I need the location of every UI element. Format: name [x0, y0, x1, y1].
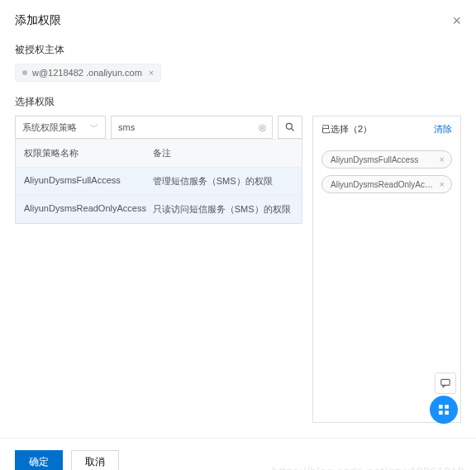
- selected-tag: AliyunDysmsReadOnlyAccess ×: [321, 175, 452, 193]
- apps-button[interactable]: [430, 396, 458, 424]
- close-icon[interactable]: ×: [452, 13, 461, 28]
- svg-rect-4: [445, 405, 449, 409]
- policy-type-label: 系统权限策略: [22, 121, 77, 134]
- svg-rect-2: [441, 379, 450, 385]
- chat-icon: [440, 377, 451, 389]
- watermark: https://blog.csdn.net/gzw19961018: [272, 465, 464, 470]
- cancel-button[interactable]: 取消: [71, 450, 119, 470]
- principal-value: w@1218482 .onaliyun.com: [32, 68, 142, 78]
- principal-chip: w@1218482 .onaliyun.com ×: [15, 64, 161, 82]
- policy-table: 权限策略名称 备注 AliyunDysmsFullAccess 管理短信服务（S…: [15, 139, 302, 224]
- svg-rect-6: [445, 411, 449, 415]
- cell-name: AliyunDysmsReadOnlyAccess: [16, 196, 145, 223]
- svg-line-1: [292, 129, 294, 131]
- remove-tag-icon[interactable]: ×: [440, 154, 445, 164]
- modal-title: 添加权限: [15, 13, 61, 28]
- selected-tag-label: AliyunDysmsFullAccess: [331, 155, 418, 164]
- cell-name: AliyunDysmsFullAccess: [16, 168, 145, 195]
- col-name: 权限策略名称: [16, 140, 145, 167]
- principal-label: 被授权主体: [15, 43, 461, 57]
- search-icon: [284, 121, 296, 133]
- svg-rect-5: [439, 411, 443, 415]
- table-row[interactable]: AliyunDysmsFullAccess 管理短信服务（SMS）的权限: [16, 167, 302, 195]
- selected-header: 已选择（2）: [321, 123, 372, 135]
- svg-rect-3: [439, 405, 443, 409]
- clear-search-icon[interactable]: ⊗: [253, 121, 272, 134]
- col-note: 备注: [145, 140, 302, 167]
- select-permission-label: 选择权限: [15, 95, 461, 109]
- feedback-button[interactable]: [435, 373, 456, 394]
- chevron-down-icon: ﹀: [90, 121, 98, 133]
- clear-selected-link[interactable]: 清除: [434, 123, 452, 135]
- grid-icon: [437, 403, 450, 416]
- svg-point-0: [286, 123, 292, 129]
- table-header-row: 权限策略名称 备注: [16, 139, 302, 167]
- search-button[interactable]: [278, 116, 302, 139]
- cell-note: 只读访问短信服务（SMS）的权限: [145, 196, 302, 223]
- search-input-wrap: ⊗: [111, 116, 273, 139]
- table-row[interactable]: AliyunDysmsReadOnlyAccess 只读访问短信服务（SMS）的…: [16, 195, 302, 223]
- policy-type-select[interactable]: 系统权限策略 ﹀: [15, 116, 106, 139]
- avatar-dot-icon: [22, 70, 27, 75]
- search-input[interactable]: [112, 122, 253, 132]
- cell-note: 管理短信服务（SMS）的权限: [145, 168, 302, 195]
- remove-tag-icon[interactable]: ×: [440, 179, 445, 189]
- selected-tag: AliyunDysmsFullAccess ×: [321, 150, 452, 169]
- selected-tag-label: AliyunDysmsReadOnlyAccess: [331, 180, 435, 189]
- remove-principal-icon[interactable]: ×: [149, 68, 154, 78]
- ok-button[interactable]: 确定: [15, 450, 63, 470]
